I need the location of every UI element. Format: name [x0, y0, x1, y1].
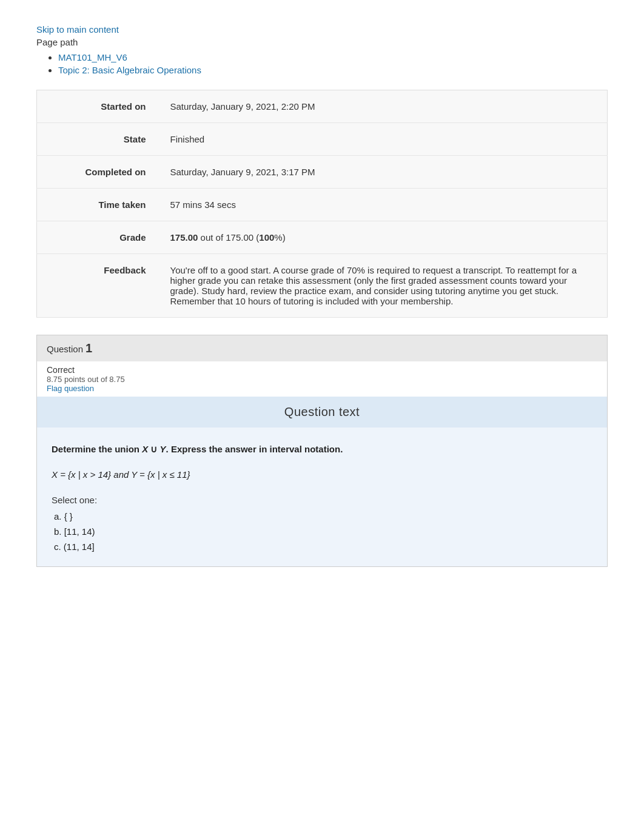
- question-status: Correct: [47, 365, 597, 375]
- prompt-var-y: Y: [160, 444, 166, 454]
- grade-label: Grade: [37, 221, 158, 254]
- sets-line: X = {x | x > 14} and Y = {x | x ≤ 11}: [52, 469, 190, 480]
- prompt-var-x: X: [142, 444, 148, 454]
- prompt-part1: Determine the union: [52, 444, 142, 454]
- flag-question[interactable]: Flag question: [47, 384, 597, 393]
- page-path-label: Page path: [36, 37, 608, 47]
- question-block: Question 1 Correct 8.75 points out of 8.…: [36, 335, 608, 567]
- state-value: Finished: [158, 123, 608, 156]
- question-prompt: Determine the union X ∪ Y. Express the a…: [52, 442, 592, 457]
- breadcrumb-item-1[interactable]: MAT101_MH_V6: [58, 52, 608, 62]
- question-sets: X = {x | x > 14} and Y = {x | x ≤ 11}: [52, 466, 592, 483]
- breadcrumb: MAT101_MH_V6 Topic 2: Basic Algebraic Op…: [36, 52, 608, 75]
- summary-table: Started on Saturday, January 9, 2021, 2:…: [36, 90, 608, 318]
- state-label: State: [37, 123, 158, 156]
- option-a[interactable]: a. { }: [52, 511, 592, 521]
- breadcrumb-item-2[interactable]: Topic 2: Basic Algebraic Operations: [58, 65, 608, 75]
- option-b-label: b.: [54, 526, 62, 537]
- feedback-label: Feedback: [37, 254, 158, 318]
- summary-row-completed: Completed on Saturday, January 9, 2021, …: [37, 156, 608, 189]
- prompt-union: ∪: [148, 444, 159, 454]
- option-b-value: [11, 14): [64, 526, 95, 537]
- option-a-value: { }: [64, 511, 73, 521]
- question-label: Question: [47, 344, 83, 354]
- grade-value: 175.00 out of 175.00 (100%): [158, 221, 608, 254]
- time-taken-label: Time taken: [37, 189, 158, 221]
- select-one-label: Select one:: [52, 495, 592, 505]
- question-text-header: Question text: [36, 397, 608, 428]
- question-meta: Correct 8.75 points out of 8.75 Flag que…: [36, 361, 608, 397]
- prompt-part2: . Express the answer in interval notatio…: [166, 444, 343, 454]
- summary-row-state: State Finished: [37, 123, 608, 156]
- grade-pct: 100: [259, 232, 274, 243]
- summary-row-grade: Grade 175.00 out of 175.00 (100%): [37, 221, 608, 254]
- started-on-value: Saturday, January 9, 2021, 2:20 PM: [158, 90, 608, 123]
- question-points: 8.75 points out of 8.75: [47, 375, 597, 384]
- completed-on-label: Completed on: [37, 156, 158, 189]
- summary-row-started: Started on Saturday, January 9, 2021, 2:…: [37, 90, 608, 123]
- skip-to-main-link[interactable]: Skip to main content: [36, 24, 608, 35]
- completed-on-value: Saturday, January 9, 2021, 3:17 PM: [158, 156, 608, 189]
- time-taken-value: 57 mins 34 secs: [158, 189, 608, 221]
- summary-row-time: Time taken 57 mins 34 secs: [37, 189, 608, 221]
- grade-number: 175.00: [170, 232, 198, 243]
- question-header: Question 1: [36, 335, 608, 361]
- option-c-value: (11, 14]: [64, 542, 95, 552]
- feedback-value: You're off to a good start. A course gra…: [158, 254, 608, 318]
- option-c[interactable]: c. (11, 14]: [52, 542, 592, 552]
- question-content: Determine the union X ∪ Y. Express the a…: [36, 428, 608, 567]
- summary-row-feedback: Feedback You're off to a good start. A c…: [37, 254, 608, 318]
- grade-close: %): [274, 232, 285, 243]
- breadcrumb-link-1[interactable]: MAT101_MH_V6: [58, 52, 127, 62]
- started-on-label: Started on: [37, 90, 158, 123]
- option-c-label: c.: [54, 542, 61, 552]
- question-number: 1: [86, 341, 92, 355]
- options-list: a. { } b. [11, 14) c. (11, 14]: [52, 511, 592, 552]
- breadcrumb-link-2[interactable]: Topic 2: Basic Algebraic Operations: [58, 65, 201, 75]
- grade-out-of: out of 175.00 (: [201, 232, 260, 243]
- option-b[interactable]: b. [11, 14): [52, 526, 592, 537]
- option-a-label: a.: [54, 511, 62, 521]
